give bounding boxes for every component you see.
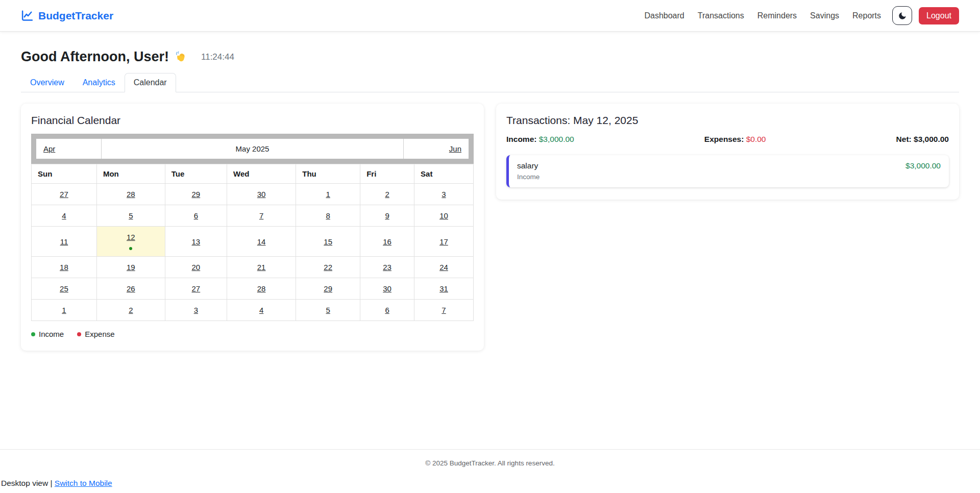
transaction-info: salary Income (517, 161, 540, 181)
copyright-text: © 2025 BudgetTracker. All rights reserve… (425, 459, 554, 467)
nav-link-reports[interactable]: Reports (852, 11, 881, 20)
calendar-date-link[interactable]: 31 (439, 284, 448, 293)
calendar-date-link[interactable]: 14 (257, 237, 266, 246)
calendar-date-link[interactable]: 29 (192, 190, 201, 199)
calendar-date-link[interactable]: 21 (257, 263, 266, 272)
calendar-date-link[interactable]: 16 (383, 237, 391, 246)
calendar-date-link[interactable]: 30 (383, 284, 391, 293)
transaction-amount: $3,000.00 (905, 161, 941, 170)
transaction-category: Income (517, 173, 540, 181)
legend-expense-label: Expense (85, 330, 114, 338)
transactions-card: Transactions: May 12, 2025 Income: $3,00… (496, 104, 959, 200)
switch-to-mobile-link[interactable]: Switch to Mobile (55, 479, 112, 487)
nav-link-reminders[interactable]: Reminders (757, 11, 797, 20)
calendar-legend: Income Expense (31, 330, 474, 338)
calendar-week-row: 11 12 13 14 15 16 17 (32, 227, 474, 257)
calendar-date-link[interactable]: 2 (385, 190, 389, 199)
calendar-date-link[interactable]: 20 (192, 263, 201, 272)
view-switcher: Desktop view | Switch to Mobile (0, 476, 980, 493)
calendar-date-link[interactable]: 18 (60, 263, 68, 272)
calendar-date-link-selected[interactable]: 12 (127, 233, 135, 241)
net-value: Net: $3,000.00 (896, 135, 949, 144)
calendar-date-link[interactable]: 24 (439, 263, 448, 272)
calendar-date-link[interactable]: 30 (257, 190, 266, 199)
calendar-date-link[interactable]: 28 (127, 190, 135, 199)
calendar-grid: Sun Mon Tue Wed Thu Fri Sat 27 28 29 30 (31, 164, 474, 321)
calendar-date-link[interactable]: 4 (259, 306, 263, 314)
calendar-date-link[interactable]: 3 (442, 190, 446, 199)
calendar-date-link[interactable]: 22 (324, 263, 332, 272)
logout-button[interactable]: Logout (919, 7, 959, 24)
main-content: Good Afternoon, User! 11:24:44 Overview … (0, 32, 980, 449)
legend-income-label: Income (39, 330, 64, 338)
transaction-name: salary (517, 161, 540, 170)
calendar-date-link[interactable]: 5 (129, 211, 133, 220)
calendar-week-row: 27 28 29 30 1 2 3 (32, 184, 474, 205)
calendar-date-link[interactable]: 28 (257, 284, 266, 293)
calendar-week-row: 18 19 20 21 22 23 24 (32, 257, 474, 278)
calendar-date-cell-selected[interactable]: 12 (96, 227, 165, 257)
expenses-value: $0.00 (746, 135, 766, 143)
weekday-sat: Sat (414, 164, 474, 184)
calendar-date-link[interactable]: 3 (194, 306, 198, 314)
tab-analytics[interactable]: Analytics (74, 73, 125, 92)
current-month-label: May 2025 (102, 139, 403, 159)
calendar-date-link[interactable]: 27 (60, 190, 68, 199)
prev-month-link[interactable]: Apr (43, 144, 55, 153)
weekday-tue: Tue (165, 164, 227, 184)
calendar-date-link[interactable]: 10 (439, 211, 448, 220)
calendar-date-link[interactable]: 29 (324, 284, 332, 293)
calendar-month-frame: Apr May 2025 Jun (31, 134, 474, 164)
calendar-date-link[interactable]: 7 (259, 211, 263, 220)
tab-calendar[interactable]: Calendar (125, 73, 176, 92)
summary-expenses: Expenses: $0.00 (704, 135, 766, 144)
calendar-date-link[interactable]: 27 (192, 284, 201, 293)
summary-income: Income: $3,000.00 (506, 135, 574, 144)
tab-overview[interactable]: Overview (21, 73, 74, 92)
tab-bar: Overview Analytics Calendar (21, 73, 959, 92)
weekday-wed: Wed (227, 164, 296, 184)
nav-link-dashboard[interactable]: Dashboard (644, 11, 684, 20)
nav-link-savings[interactable]: Savings (810, 11, 839, 20)
calendar-date-link[interactable]: 1 (326, 190, 330, 199)
financial-calendar-card: Financial Calendar Apr May 2025 Jun Sun (21, 104, 484, 351)
top-navbar: BudgetTracker Dashboard Transactions Rem… (0, 0, 980, 32)
page-footer: © 2025 BudgetTracker. All rights reserve… (0, 449, 980, 476)
calendar-date-link[interactable]: 6 (194, 211, 198, 220)
calendar-date-link[interactable]: 19 (127, 263, 135, 272)
calendar-date-link[interactable]: 4 (62, 211, 66, 220)
current-time: 11:24:44 (201, 52, 234, 62)
calendar-date-link[interactable]: 15 (324, 237, 332, 246)
brand-logo[interactable]: BudgetTracker (21, 9, 113, 22)
calendar-date-link[interactable]: 26 (127, 284, 135, 293)
calendar-date-link[interactable]: 2 (129, 306, 133, 314)
income-dot-icon (31, 332, 35, 336)
legend-item-expense: Expense (77, 330, 114, 338)
weekday-fri: Fri (360, 164, 414, 184)
calendar-date-link[interactable]: 1 (62, 306, 66, 314)
income-event-dot (129, 247, 132, 250)
waving-hand-emoji-icon (174, 50, 188, 64)
calendar-date-link[interactable]: 23 (383, 263, 391, 272)
calendar-date-link[interactable]: 8 (326, 211, 330, 220)
calendar-card-title: Financial Calendar (31, 114, 474, 127)
calendar-date-link[interactable]: 17 (439, 237, 448, 246)
calendar-date-link[interactable]: 13 (192, 237, 201, 246)
income-label: Income: (506, 135, 536, 143)
expense-dot-icon (77, 332, 81, 336)
calendar-date-link[interactable]: 9 (385, 211, 389, 220)
legend-item-income: Income (31, 330, 64, 338)
transaction-item[interactable]: salary Income $3,000.00 (506, 155, 949, 187)
expenses-label: Expenses: (704, 135, 744, 143)
dark-mode-toggle-button[interactable] (892, 6, 912, 25)
calendar-date-link[interactable]: 5 (326, 306, 330, 314)
transactions-card-title: Transactions: May 12, 2025 (506, 114, 949, 127)
nav-link-transactions[interactable]: Transactions (698, 11, 744, 20)
calendar-date-link[interactable]: 11 (60, 237, 68, 246)
calendar-date-link[interactable]: 25 (60, 284, 68, 293)
next-month-link[interactable]: Jun (449, 144, 461, 153)
calendar-week-row: 4 5 6 7 8 9 10 (32, 205, 474, 227)
income-value: $3,000.00 (539, 135, 574, 143)
calendar-date-link[interactable]: 6 (385, 306, 389, 314)
calendar-date-link[interactable]: 7 (442, 306, 446, 314)
